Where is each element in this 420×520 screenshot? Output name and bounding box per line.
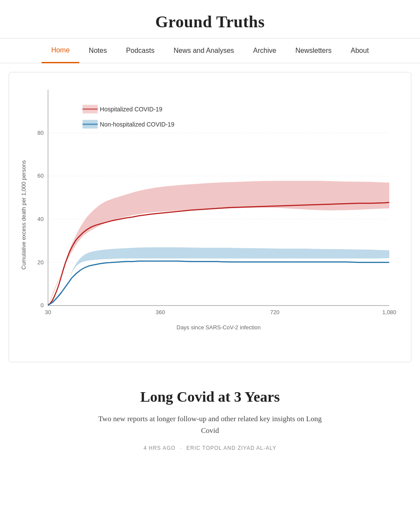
svg-rect-22 (82, 120, 98, 129)
chart-container: Cumulative excess death per 1,000 person… (9, 72, 411, 362)
svg-text:Days since SARS-CoV-2 infectio: Days since SARS-CoV-2 infection (176, 324, 260, 331)
meta-time: 4 HRS AGO (143, 445, 176, 451)
svg-rect-19 (82, 105, 98, 114)
svg-text:60: 60 (37, 172, 43, 179)
nav-item-news[interactable]: News and Analyses (164, 39, 244, 62)
nav-item-about[interactable]: About (341, 39, 378, 62)
svg-text:20: 20 (37, 259, 43, 266)
nav-item-podcasts[interactable]: Podcasts (117, 39, 164, 62)
svg-text:0: 0 (41, 302, 44, 309)
svg-text:1,080: 1,080 (382, 309, 396, 315)
svg-text:Non-hospitalized COVID-19: Non-hospitalized COVID-19 (100, 121, 174, 128)
site-title: Ground Truths (9, 12, 411, 31)
article-meta: 4 HRS AGO · ERIC TOPOL AND ZIYAD AL-ALY (35, 445, 385, 451)
svg-text:30: 30 (45, 309, 51, 315)
nav-item-notes[interactable]: Notes (79, 39, 117, 62)
meta-separator: · (180, 445, 182, 451)
nav-bar: Home Notes Podcasts News and Analyses Ar… (0, 39, 420, 63)
nav-item-newsletters[interactable]: Newsletters (286, 39, 341, 62)
svg-text:80: 80 (37, 130, 43, 136)
nav-item-archive[interactable]: Archive (244, 39, 286, 62)
nav-item-home[interactable]: Home (42, 39, 79, 63)
article-section: Long Covid at 3 Years Two new reports at… (0, 367, 420, 464)
svg-text:40: 40 (37, 216, 43, 222)
article-title[interactable]: Long Covid at 3 Years (35, 388, 385, 406)
svg-text:Hospitalized COVID-19: Hospitalized COVID-19 (100, 106, 162, 113)
article-subtitle: Two new reports at longer follow-up and … (89, 413, 332, 436)
svg-text:Cumulative excess death per 1,: Cumulative excess death per 1,000 person… (20, 160, 27, 270)
chart-svg: Cumulative excess death per 1,000 person… (13, 81, 402, 349)
svg-text:720: 720 (270, 309, 280, 315)
site-header: Ground Truths (0, 0, 420, 39)
meta-authors: ERIC TOPOL AND ZIYAD AL-ALY (186, 445, 277, 451)
svg-text:360: 360 (156, 309, 165, 315)
